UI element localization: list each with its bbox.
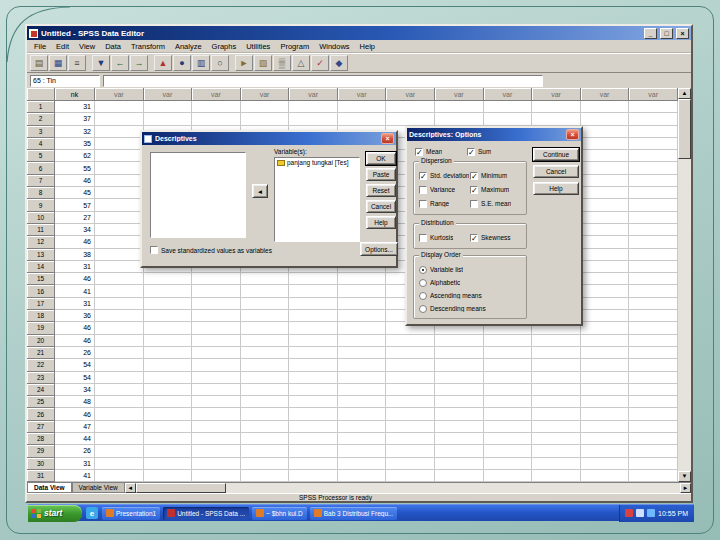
cell-empty[interactable] bbox=[386, 396, 435, 408]
cell-empty[interactable] bbox=[435, 335, 484, 347]
cell-empty[interactable] bbox=[95, 445, 144, 457]
cell-empty[interactable] bbox=[192, 285, 241, 297]
cell-empty[interactable] bbox=[338, 408, 387, 420]
tab-data-view[interactable]: Data View bbox=[27, 483, 72, 493]
vertical-scroll-track[interactable] bbox=[678, 159, 691, 471]
cell-empty[interactable] bbox=[484, 458, 533, 470]
taskbar-task-presentation1[interactable]: Presentation1 bbox=[102, 507, 160, 520]
cell-empty[interactable] bbox=[581, 212, 630, 224]
row-header[interactable]: 27 bbox=[27, 421, 55, 433]
cell-empty[interactable] bbox=[532, 433, 581, 445]
toolbar-button-find[interactable]: ○ bbox=[211, 55, 229, 71]
cell-empty[interactable] bbox=[144, 322, 193, 334]
cell-empty[interactable] bbox=[532, 359, 581, 371]
cell-empty[interactable] bbox=[629, 138, 678, 150]
cell-empty[interactable] bbox=[95, 162, 144, 174]
source-variable-list[interactable] bbox=[150, 152, 246, 238]
spss-titlebar[interactable]: Untitled - SPSS Data Editor _ □ × bbox=[27, 26, 691, 40]
cell-empty[interactable] bbox=[144, 458, 193, 470]
cell-empty[interactable] bbox=[192, 458, 241, 470]
cell-value[interactable]: 55 bbox=[55, 162, 95, 174]
continue-button[interactable]: Continue bbox=[533, 148, 579, 161]
cell-empty[interactable] bbox=[95, 101, 144, 113]
cell-empty[interactable] bbox=[581, 335, 630, 347]
cell-empty[interactable] bbox=[629, 212, 678, 224]
cell-empty[interactable] bbox=[629, 445, 678, 457]
cell-empty[interactable] bbox=[289, 470, 338, 482]
start-button[interactable]: start bbox=[28, 505, 82, 522]
cell-empty[interactable] bbox=[581, 249, 630, 261]
cell-empty[interactable] bbox=[435, 372, 484, 384]
cell-empty[interactable] bbox=[241, 113, 290, 125]
cell-empty[interactable] bbox=[629, 310, 678, 322]
cell-value[interactable]: 26 bbox=[55, 445, 95, 457]
paste-button[interactable]: Paste bbox=[366, 168, 396, 181]
cell-empty[interactable] bbox=[581, 433, 630, 445]
cell-empty[interactable] bbox=[484, 347, 533, 359]
row-header[interactable]: 8 bbox=[27, 187, 55, 199]
cell-empty[interactable] bbox=[581, 310, 630, 322]
cancel-button[interactable]: Cancel bbox=[366, 200, 396, 213]
cell-empty[interactable] bbox=[386, 335, 435, 347]
cell-empty[interactable] bbox=[629, 298, 678, 310]
cell-empty[interactable] bbox=[338, 285, 387, 297]
antivirus-tray-icon[interactable] bbox=[625, 509, 633, 517]
column-header-var[interactable]: var bbox=[532, 88, 581, 101]
row-header[interactable]: 5 bbox=[27, 150, 55, 162]
cell-empty[interactable] bbox=[581, 359, 630, 371]
radio-alphabetic[interactable]: Alphabetic bbox=[419, 276, 526, 289]
cell-empty[interactable] bbox=[144, 335, 193, 347]
cell-empty[interactable] bbox=[144, 421, 193, 433]
cell-empty[interactable] bbox=[241, 470, 290, 482]
cell-empty[interactable] bbox=[241, 433, 290, 445]
row-header[interactable]: 10 bbox=[27, 212, 55, 224]
cell-empty[interactable] bbox=[95, 298, 144, 310]
cell-empty[interactable] bbox=[241, 335, 290, 347]
cell-empty[interactable] bbox=[192, 433, 241, 445]
help-button[interactable]: Help bbox=[533, 182, 579, 195]
cell-empty[interactable] bbox=[532, 384, 581, 396]
cell-empty[interactable] bbox=[241, 298, 290, 310]
cell-empty[interactable] bbox=[629, 322, 678, 334]
cell-empty[interactable] bbox=[289, 113, 338, 125]
cell-empty[interactable] bbox=[95, 285, 144, 297]
column-header-var[interactable]: var bbox=[435, 88, 484, 101]
cell-empty[interactable] bbox=[95, 113, 144, 125]
cell-value[interactable]: 27 bbox=[55, 212, 95, 224]
cell-empty[interactable] bbox=[338, 421, 387, 433]
cell-empty[interactable] bbox=[484, 470, 533, 482]
close-button[interactable]: × bbox=[676, 28, 689, 39]
cell-value[interactable]: 41 bbox=[55, 470, 95, 482]
cell-empty[interactable] bbox=[386, 372, 435, 384]
cell-empty[interactable] bbox=[435, 445, 484, 457]
cell-empty[interactable] bbox=[581, 421, 630, 433]
menu-view[interactable]: View bbox=[74, 42, 100, 51]
cell-empty[interactable] bbox=[95, 212, 144, 224]
menu-transform[interactable]: Transform bbox=[126, 42, 170, 51]
cell-empty[interactable] bbox=[629, 384, 678, 396]
cell-empty[interactable] bbox=[484, 359, 533, 371]
cell-empty[interactable] bbox=[144, 101, 193, 113]
toolbar-button-dialog-recall[interactable]: ▼ bbox=[92, 55, 110, 71]
cell-value[interactable]: 46 bbox=[55, 175, 95, 187]
options-titlebar[interactable]: Descriptives: Options × bbox=[407, 128, 581, 141]
cell-empty[interactable] bbox=[289, 335, 338, 347]
cell-empty[interactable] bbox=[95, 138, 144, 150]
cell-empty[interactable] bbox=[338, 458, 387, 470]
row-header[interactable]: 6 bbox=[27, 162, 55, 174]
cell-empty[interactable] bbox=[95, 261, 144, 273]
cell-empty[interactable] bbox=[241, 359, 290, 371]
reset-button[interactable]: Reset bbox=[366, 184, 396, 197]
toolbar-button-save[interactable]: ▦ bbox=[49, 55, 67, 71]
cell-value[interactable]: 31 bbox=[55, 101, 95, 113]
cell-empty[interactable] bbox=[338, 101, 387, 113]
cell-empty[interactable] bbox=[289, 359, 338, 371]
cell-value[interactable]: 62 bbox=[55, 150, 95, 162]
cell-empty[interactable] bbox=[629, 421, 678, 433]
cell-value[interactable]: 45 bbox=[55, 187, 95, 199]
cell-empty[interactable] bbox=[289, 421, 338, 433]
cell-empty[interactable] bbox=[289, 322, 338, 334]
cell-empty[interactable] bbox=[532, 421, 581, 433]
cell-empty[interactable] bbox=[629, 285, 678, 297]
cell-empty[interactable] bbox=[532, 113, 581, 125]
